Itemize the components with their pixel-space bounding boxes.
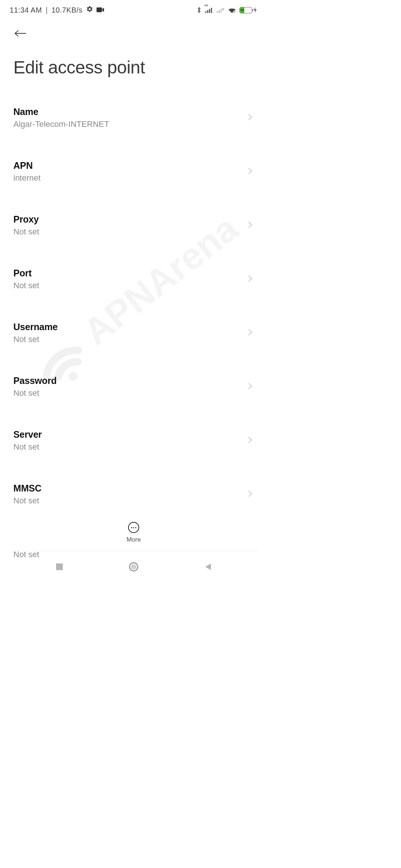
chevron-right-icon xyxy=(247,221,254,230)
setting-item-mmsc[interactable]: MMSCNot set xyxy=(13,475,254,514)
battery-icon: 38 xyxy=(239,7,257,13)
svg-rect-0 xyxy=(97,7,102,12)
setting-item-username[interactable]: UsernameNot set xyxy=(13,313,254,352)
chevron-right-icon xyxy=(247,167,254,176)
setting-value: internet xyxy=(13,173,40,183)
svg-rect-1 xyxy=(205,11,206,13)
bluetooth-icon xyxy=(196,6,202,14)
svg-point-8 xyxy=(233,10,236,13)
svg-rect-4 xyxy=(211,8,212,13)
triangle-left-icon xyxy=(204,563,212,571)
chevron-right-icon xyxy=(247,275,254,284)
setting-item-apn[interactable]: APNinternet xyxy=(13,152,254,191)
chevron-right-icon xyxy=(247,490,254,499)
setting-label: Proxy xyxy=(13,214,39,225)
settings-list: NameAlgar-Telecom-INTERNETAPNinternetPro… xyxy=(0,98,267,568)
setting-item-password[interactable]: PasswordNot set xyxy=(13,367,254,406)
nav-recent-button[interactable] xyxy=(46,559,72,574)
setting-item-proxy[interactable]: ProxyNot set xyxy=(13,206,254,245)
setting-value: Not set xyxy=(13,335,58,344)
svg-rect-11 xyxy=(56,563,63,570)
svg-point-9 xyxy=(234,12,235,13)
action-bar: More xyxy=(0,515,267,550)
status-bar: 11:34 AM | 10.7KB/s 4G xyxy=(0,0,267,20)
setting-item-name[interactable]: NameAlgar-Telecom-INTERNET xyxy=(13,98,254,137)
chevron-right-icon xyxy=(247,436,254,445)
camera-icon xyxy=(96,6,104,14)
setting-value: Not set xyxy=(13,281,39,290)
status-left: 11:34 AM | 10.7KB/s xyxy=(10,6,104,14)
more-icon xyxy=(128,522,139,533)
setting-label: MMSC xyxy=(13,483,42,494)
svg-point-13 xyxy=(131,564,136,569)
back-button[interactable] xyxy=(12,25,28,42)
status-right: 4G xyxy=(196,6,257,14)
chevron-right-icon xyxy=(247,114,254,122)
setting-label: Port xyxy=(13,268,39,279)
network-badge: 4G xyxy=(204,4,208,7)
svg-rect-3 xyxy=(209,9,210,13)
svg-rect-7 xyxy=(221,9,222,13)
setting-item-server[interactable]: ServerNot set xyxy=(13,421,254,460)
setting-label: Username xyxy=(13,322,58,332)
nav-back-button[interactable] xyxy=(195,559,221,574)
gear-icon xyxy=(86,6,93,14)
svg-rect-6 xyxy=(219,10,220,13)
divider xyxy=(10,551,258,551)
signal-primary-icon: 4G xyxy=(205,7,213,13)
chevron-right-icon xyxy=(247,382,254,391)
setting-value: Algar-Telecom-INTERNET xyxy=(13,119,109,129)
setting-value: Not set xyxy=(13,227,39,237)
chevron-right-icon xyxy=(247,329,254,338)
page-title: Edit access point xyxy=(13,57,254,78)
setting-value: Not set xyxy=(13,388,57,398)
svg-rect-2 xyxy=(207,10,208,13)
status-time: 11:34 AM xyxy=(10,6,42,14)
svg-rect-5 xyxy=(217,11,218,13)
more-label: More xyxy=(127,536,141,543)
square-icon xyxy=(56,563,63,571)
setting-label: Name xyxy=(13,106,109,117)
battery-level: 38 xyxy=(240,7,244,13)
nav-home-button[interactable] xyxy=(121,559,147,574)
setting-label: APN xyxy=(13,160,40,171)
signal-secondary-icon xyxy=(216,7,225,13)
setting-value: Not set xyxy=(13,496,42,506)
status-separator: | xyxy=(44,6,49,14)
more-button[interactable]: More xyxy=(127,522,141,543)
android-nav-bar xyxy=(0,555,267,579)
setting-label: Password xyxy=(13,375,57,386)
setting-value: Not set xyxy=(13,442,42,452)
charging-icon xyxy=(254,7,257,13)
circle-icon xyxy=(129,562,138,572)
setting-item-port[interactable]: PortNot set xyxy=(13,260,254,299)
wifi-icon xyxy=(228,7,236,13)
status-net-speed: 10.7KB/s xyxy=(51,6,82,14)
setting-label: Server xyxy=(13,429,42,440)
arrow-left-icon xyxy=(14,29,26,38)
